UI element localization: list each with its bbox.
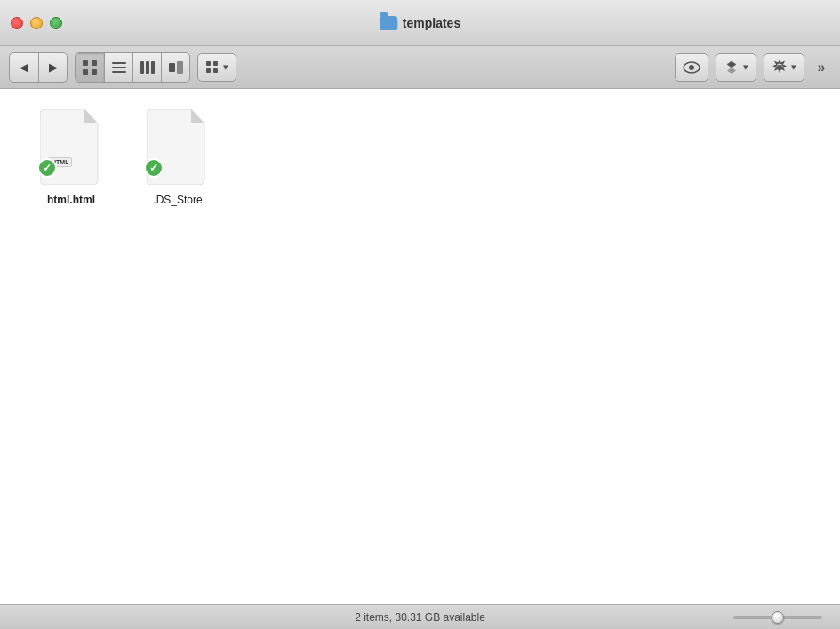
svg-point-17 bbox=[689, 65, 694, 70]
window-title-area: templates bbox=[380, 16, 460, 30]
slider-track bbox=[733, 616, 822, 619]
svg-rect-0 bbox=[83, 60, 88, 66]
quicklook-button[interactable] bbox=[675, 53, 708, 82]
icon-view-icon bbox=[82, 60, 98, 76]
dropbox-button[interactable]: ▾ bbox=[716, 53, 756, 82]
view-button-group bbox=[75, 52, 190, 83]
toolbar: ◀ ▶ bbox=[0, 46, 840, 89]
svg-rect-6 bbox=[112, 71, 126, 73]
forward-button[interactable]: ▶ bbox=[38, 53, 67, 82]
svg-rect-9 bbox=[151, 61, 155, 74]
file-item-dsstore[interactable]: .DS_Store bbox=[133, 107, 222, 208]
arrange-chevron: ▾ bbox=[223, 61, 228, 73]
action-chevron: ▾ bbox=[791, 61, 796, 73]
list-view-icon bbox=[111, 60, 127, 76]
svg-rect-8 bbox=[146, 61, 149, 74]
svg-rect-2 bbox=[83, 69, 88, 75]
content-area: HTML html.html .DS_Store bbox=[0, 89, 840, 604]
action-button[interactable]: ▾ bbox=[764, 53, 804, 82]
title-bar: templates bbox=[0, 0, 840, 46]
sync-badge-dsstore bbox=[144, 158, 164, 178]
arrange-button[interactable]: ▾ bbox=[197, 53, 236, 82]
file-item-html[interactable]: HTML html.html bbox=[27, 107, 116, 208]
size-slider[interactable] bbox=[733, 616, 822, 619]
column-view-button[interactable] bbox=[132, 53, 161, 82]
column-view-icon bbox=[140, 60, 156, 76]
nav-button-group: ◀ ▶ bbox=[9, 52, 68, 83]
dropbox-chevron: ▾ bbox=[743, 61, 748, 73]
svg-marker-18 bbox=[727, 61, 736, 68]
file-name-dsstore: .DS_Store bbox=[153, 194, 202, 208]
arrange-icon bbox=[205, 60, 220, 75]
svg-rect-12 bbox=[206, 61, 211, 66]
close-button[interactable] bbox=[11, 17, 23, 29]
svg-rect-14 bbox=[206, 68, 211, 73]
back-button[interactable]: ◀ bbox=[10, 53, 38, 82]
svg-rect-7 bbox=[140, 61, 144, 74]
file-grid: HTML html.html .DS_Store bbox=[0, 89, 840, 604]
svg-rect-5 bbox=[112, 67, 126, 68]
icon-view-button[interactable] bbox=[76, 53, 104, 82]
svg-rect-4 bbox=[112, 62, 126, 64]
gear-icon bbox=[772, 60, 788, 76]
cover-view-icon bbox=[168, 60, 184, 76]
forward-icon: ▶ bbox=[49, 60, 58, 74]
file-icon-wrapper-dsstore bbox=[142, 107, 213, 187]
eye-icon bbox=[683, 61, 700, 74]
back-icon: ◀ bbox=[20, 60, 28, 74]
file-icon-wrapper-html: HTML bbox=[36, 107, 107, 187]
expand-icon: » bbox=[818, 60, 826, 76]
svg-rect-3 bbox=[92, 69, 97, 75]
svg-rect-11 bbox=[177, 61, 183, 74]
expand-toolbar-button[interactable]: » bbox=[812, 53, 831, 82]
traffic-lights bbox=[11, 17, 62, 29]
svg-rect-10 bbox=[169, 63, 175, 72]
svg-rect-15 bbox=[213, 68, 218, 73]
slider-thumb[interactable] bbox=[772, 611, 784, 624]
dropbox-icon bbox=[724, 60, 740, 76]
maximize-button[interactable] bbox=[50, 17, 62, 29]
file-name-html: html.html bbox=[47, 194, 95, 208]
list-view-button[interactable] bbox=[104, 53, 132, 82]
window-title: templates bbox=[403, 16, 460, 30]
svg-rect-13 bbox=[213, 61, 218, 66]
cover-view-button[interactable] bbox=[161, 53, 189, 82]
folder-icon bbox=[380, 16, 397, 30]
minimize-button[interactable] bbox=[30, 17, 43, 29]
status-bar: 2 items, 30.31 GB available bbox=[0, 604, 840, 629]
status-text: 2 items, 30.31 GB available bbox=[355, 611, 485, 624]
svg-rect-1 bbox=[92, 60, 97, 66]
sync-badge-html bbox=[37, 158, 57, 178]
